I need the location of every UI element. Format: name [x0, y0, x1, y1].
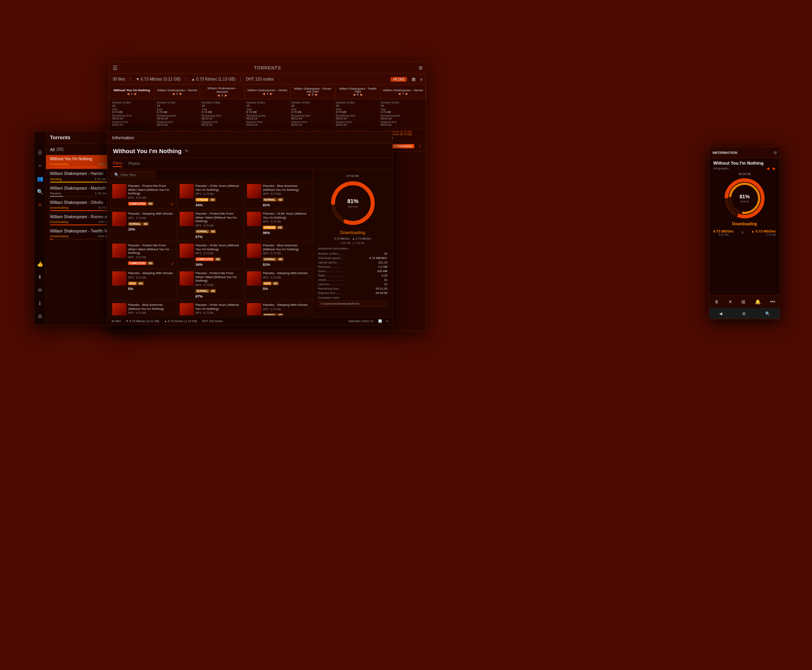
file-item[interactable]: Placebo - Protect Me From What I Want (W…	[110, 242, 176, 269]
info-tabs: Files Peers	[107, 158, 392, 169]
file-item[interactable]: Placebo - I'll Be Yours (Without You I'm…	[177, 242, 244, 269]
mobile-time: 00:04:56	[738, 172, 751, 176]
mobile-expand-icon[interactable]: ∨	[741, 229, 744, 236]
info-row: Received............. 1.2 GB	[318, 265, 387, 269]
menu-icon[interactable]: ☰	[38, 150, 42, 156]
donut-chart: 81% Of 6.73 Gb	[329, 179, 377, 227]
files-grid: Placebo - Protect Me From What I Want (W…	[107, 180, 314, 315]
mobile-subtitle: Infographic	[713, 167, 729, 170]
mobile-more-icon[interactable]: •••	[770, 299, 776, 305]
mobile-status: Downloading	[709, 222, 780, 226]
col-info-1: Number of files10 Size6.73 MB Remaining …	[111, 100, 156, 127]
main-header: ☰ TORRENTS ⊞	[109, 62, 426, 74]
file-item[interactable]: Placebo - I'll Be Yours (Without You I'm…	[177, 301, 244, 315]
file-item[interactable]: Placebo - Protect Me From What I Want (W…	[177, 210, 244, 241]
main-title: TORRENTS	[254, 65, 281, 70]
file-count: 30 files	[113, 77, 125, 81]
download-speed: ▼ 6.73 Mb/sec (3.21 GB)	[136, 77, 180, 81]
col-info-4: Number of files10 Size6.73 MB Remaining …	[245, 100, 290, 127]
info-row: Upload speed....... 121.14	[318, 261, 387, 264]
all-count-badge[interactable]: All (30)	[391, 77, 407, 82]
file-item[interactable]: Placebo - I'll Be Yours (Without You I'm…	[245, 210, 311, 241]
action-check[interactable]: ✓	[418, 144, 422, 149]
file-item[interactable]: Placebo - Sleeping With Ghosts MP3 6.73 …	[110, 269, 176, 300]
tab-twelfth[interactable]: William Shakespeare - Twelfth Night ◀6▶	[335, 85, 381, 99]
tab-files[interactable]: Files	[113, 161, 122, 167]
file-item[interactable]: Placebo - Sleeping With Ghosts MP3 6.73 …	[245, 269, 311, 300]
center-status-bar: 30 files ▼ 6.73 Mb/sec (3.21 GB) ▲ 0.73 …	[107, 317, 392, 325]
info-row: Remaining time.... 00:11:20	[318, 287, 387, 290]
cw-selected: Selected 2 from 10	[349, 319, 373, 323]
search-icon[interactable]: 🔍	[37, 189, 43, 195]
edit-icon[interactable]: ✎	[185, 148, 189, 154]
info-row: Download speed.... 6.73 MB/SEC	[318, 256, 387, 260]
cw-file-count: 30 files	[111, 319, 121, 323]
mobile-close-icon[interactable]: ✕	[728, 299, 732, 305]
view-icon2[interactable]: ≡	[420, 77, 423, 82]
file-item[interactable]: Placebo - Protect Me From What I Want (W…	[110, 182, 176, 209]
tab-romeo[interactable]: William Shakespeare - Romeo and Juliet ◀…	[290, 85, 335, 99]
info-title-row: Without You I'm Nothing ✎	[107, 144, 392, 158]
filter-input-container[interactable]: 🔍	[111, 171, 155, 178]
mobile-nav-left[interactable]: ◀	[766, 166, 770, 171]
tab-hamlet2[interactable]: William Shakespeare - Hamlet ◀7▶	[381, 85, 426, 99]
mobile-header-title: INFORMATION	[712, 151, 737, 155]
cw-chart-icon: 📊	[378, 319, 382, 323]
tab-next-1[interactable]: ▶	[134, 92, 137, 96]
left-title: Torrents	[50, 134, 71, 140]
people-icon[interactable]: 👥	[37, 176, 43, 182]
hamburger-icon[interactable]: ☰	[113, 65, 118, 71]
file-item[interactable]: Placebo - Blue American (Without You I'm…	[245, 182, 311, 209]
mobile-filter-icon[interactable]: ⊞	[774, 150, 777, 155]
settings-icon[interactable]: ⚙	[38, 313, 42, 319]
tabs-row: Without You I'm Nothing ◀1▶ William Shak…	[109, 85, 426, 99]
info-row: Elapsed time......... 00:04:56	[318, 291, 387, 295]
view-icon1[interactable]: ▦	[412, 77, 416, 82]
windows-logo-icon[interactable]: ⊞	[742, 311, 745, 316]
mobile-ul-speed: ▲ 0.73 Mb/Sec	[751, 229, 776, 233]
tab-othello[interactable]: William Shakespeare - Othello ◀4▶	[245, 85, 290, 99]
col-info-5: Number of files10 Size6.73 MB Remaining …	[290, 100, 335, 127]
info-row: Number of files..... 25	[318, 252, 387, 255]
mobile-header: INFORMATION ⊞	[709, 147, 780, 158]
mobile-nav: ◀ ▶	[766, 166, 776, 171]
tab-peers[interactable]: Peers	[128, 161, 140, 167]
svg-text:Of 6.73 Gb: Of 6.73 Gb	[348, 205, 358, 208]
tab-without-you[interactable]: Without You I'm Nothing ◀1▶	[109, 85, 155, 99]
thumbsup-icon[interactable]: 👍	[37, 261, 43, 267]
tab-prev-1[interactable]: ◀	[127, 92, 129, 96]
mobile-back-icon[interactable]: ◀	[719, 311, 722, 316]
mobile-search-icon[interactable]: 🔍	[765, 311, 770, 316]
file-item[interactable]: Placebo - Blue American (Without You I'm…	[110, 301, 176, 315]
list-icon[interactable]: ≡	[38, 202, 42, 208]
download-icon[interactable]: ⬇	[38, 274, 42, 280]
mobile-bell-icon[interactable]: 🔔	[755, 299, 761, 305]
file-item[interactable]: Placebo - Blue American (Without You I'm…	[245, 242, 311, 269]
info-row: Ratio..................... 0.15	[318, 274, 387, 277]
tab-hamlet[interactable]: William Shakespeare - Hamlet ◀2▶	[155, 85, 200, 99]
file-item[interactable]: Placebo - Protect Me From What I Want (W…	[177, 269, 244, 300]
col-info-2: Number of files10 Size6.73 MB Remaining …	[156, 100, 201, 127]
info-row: Seeds.................... 31	[318, 278, 387, 282]
cw-ul-speed: ▲ 0.73 Kb/sec (1.13 GB)	[164, 319, 197, 323]
info-header: Information	[107, 131, 392, 144]
file-item[interactable]: Placebo - Sleeping With Ghosts MP3 6.73 …	[245, 301, 311, 315]
mail-icon[interactable]: ✉	[38, 287, 42, 293]
file-item[interactable]: Placebo - I'll Be Yours (Without You I'm…	[177, 182, 244, 209]
mobile-dl-speed: 6.73 Mb/Sec	[713, 229, 734, 233]
file-item[interactable]: Placebo - Sleeping With Ghosts MP3 6.73 …	[110, 210, 176, 241]
sidebar-icons: ☰ + 👥 🔍 ≡ 👍 ⬇ ✉ ℹ ⚙	[34, 144, 46, 325]
info-icon[interactable]: ℹ	[39, 300, 41, 306]
add-icon[interactable]: +	[38, 163, 42, 169]
tab-macbeth[interactable]: William Shakespeare - Macbeth ◀3▶	[200, 85, 245, 99]
mobile-nav-right[interactable]: ▶	[773, 166, 776, 171]
status-streaming-badge: STREAMING	[391, 144, 414, 148]
mobile-grid-icon[interactable]: ⊞	[741, 299, 745, 305]
filter-input[interactable]	[121, 173, 152, 177]
mobile-pause-icon[interactable]: ⏸	[714, 299, 719, 305]
main-toolbar: 30 files | ▼ 6.73 Mb/sec (3.21 GB) | ▲ 0…	[109, 74, 426, 85]
info-row: Leeches................. 12	[318, 282, 387, 286]
mobile-windows-bar: ◀ ⊞ 🔍	[709, 308, 780, 319]
file-check-icon: ✓	[170, 202, 174, 207]
filter-icon[interactable]: ⊞	[419, 65, 423, 71]
